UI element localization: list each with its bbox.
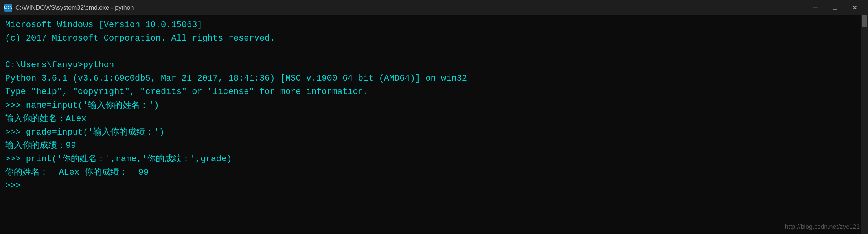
title-bar: C:\ C:\WINDOWS\system32\cmd.exe - python…	[0, 0, 868, 15]
title-bar-left: C:\ C:\WINDOWS\system32\cmd.exe - python	[4, 4, 134, 12]
window-controls: ─ □ ✕	[806, 2, 864, 14]
watermark: http://blog.csdn.net/zyc121	[785, 223, 860, 230]
scrollbar-thumb[interactable]	[862, 15, 867, 27]
close-button[interactable]: ✕	[846, 2, 864, 14]
cmd-icon: C:\	[4, 4, 12, 12]
console-output: Microsoft Windows [Version 10.0.15063] (…	[5, 18, 863, 193]
scrollbar[interactable]	[861, 15, 868, 234]
restore-button[interactable]: □	[826, 2, 844, 14]
window-title: C:\WINDOWS\system32\cmd.exe - python	[15, 4, 134, 11]
console-area[interactable]: Microsoft Windows [Version 10.0.15063] (…	[0, 15, 868, 234]
minimize-button[interactable]: ─	[806, 2, 824, 14]
cmd-window: C:\ C:\WINDOWS\system32\cmd.exe - python…	[0, 0, 868, 234]
